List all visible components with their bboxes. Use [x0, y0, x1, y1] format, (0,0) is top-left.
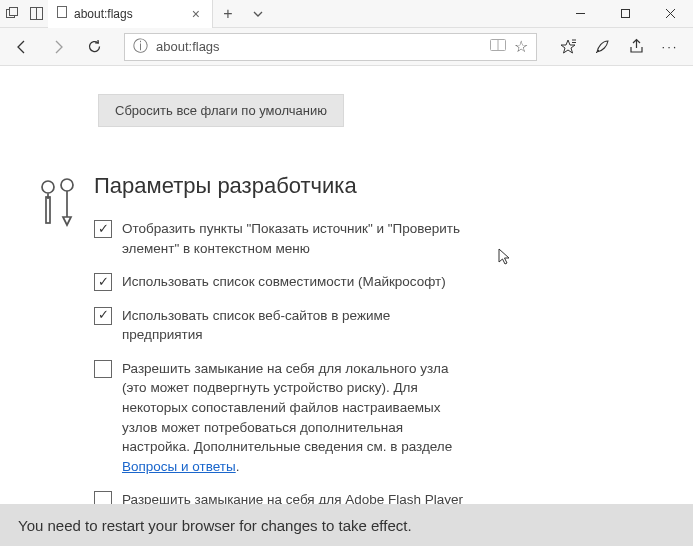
notes-button[interactable]	[585, 31, 619, 63]
option-checkbox[interactable]	[94, 220, 112, 238]
forward-button[interactable]	[42, 31, 74, 63]
option-label: Разрешить замыкание на себя для Adobe Fl…	[122, 490, 464, 504]
maximize-button[interactable]	[603, 0, 648, 28]
tab-page-icon	[56, 6, 68, 21]
refresh-button[interactable]	[78, 31, 110, 63]
faq-link[interactable]: Вопросы и ответы	[122, 459, 236, 474]
svg-rect-14	[46, 197, 50, 223]
browser-tab[interactable]: about:flags ×	[48, 0, 213, 28]
reset-flags-button[interactable]: Сбросить все флаги по умолчанию	[98, 94, 344, 127]
titlebar-left	[0, 2, 48, 26]
back-button[interactable]	[6, 31, 38, 63]
titlebar: about:flags × +	[0, 0, 693, 28]
tabs-dropdown-button[interactable]	[243, 0, 273, 28]
restart-notification: You need to restart your browser for cha…	[0, 504, 693, 546]
option-label: Использовать список совместимости (Майкр…	[122, 272, 464, 292]
window-controls	[558, 0, 693, 28]
tab-close-button[interactable]: ×	[188, 6, 204, 22]
address-text: about:flags	[156, 39, 482, 54]
option-row: Отобразить пункты "Показать источник" и …	[94, 219, 464, 258]
more-button[interactable]: ···	[653, 31, 687, 63]
restart-message: You need to restart your browser for cha…	[18, 517, 412, 534]
tab-title: about:flags	[74, 7, 188, 21]
window-layout-icon-1[interactable]	[0, 2, 24, 26]
minimize-button[interactable]	[558, 0, 603, 28]
option-label: Разрешить замыкание на себя для локально…	[122, 359, 464, 476]
option-checkbox[interactable]	[94, 273, 112, 291]
share-button[interactable]	[619, 31, 653, 63]
window-layout-icon-2[interactable]	[24, 2, 48, 26]
favorite-icon[interactable]: ☆	[514, 37, 528, 56]
reading-view-icon[interactable]	[490, 38, 506, 55]
site-info-icon[interactable]: ⓘ	[133, 37, 148, 56]
developer-section: Параметры разработчика Отобразить пункты…	[0, 173, 693, 504]
option-row: Разрешить замыкание на себя для локально…	[94, 359, 464, 476]
option-row: Разрешить замыкание на себя для Adobe Fl…	[94, 490, 464, 504]
option-checkbox[interactable]	[94, 307, 112, 325]
favorites-hub-button[interactable]	[551, 31, 585, 63]
toolbar-right: ···	[551, 31, 687, 63]
developer-tools-icon	[24, 173, 94, 504]
page-content: Сбросить все флаги по умолчанию Параметр…	[0, 66, 693, 504]
option-checkbox[interactable]	[94, 491, 112, 504]
option-checkbox[interactable]	[94, 360, 112, 378]
section-title: Параметры разработчика	[94, 173, 464, 199]
option-row: Использовать список совместимости (Майкр…	[94, 272, 464, 292]
option-label: Использовать список веб-сайтов в режиме …	[122, 306, 464, 345]
toolbar: ⓘ about:flags ☆ ···	[0, 28, 693, 66]
close-window-button[interactable]	[648, 0, 693, 28]
developer-section-body: Параметры разработчика Отобразить пункты…	[94, 173, 464, 504]
svg-rect-1	[9, 8, 17, 16]
new-tab-button[interactable]: +	[213, 0, 243, 28]
option-label: Отобразить пункты "Показать источник" и …	[122, 219, 464, 258]
option-row: Использовать список веб-сайтов в режиме …	[94, 306, 464, 345]
address-bar[interactable]: ⓘ about:flags ☆	[124, 33, 537, 61]
svg-point-15	[61, 179, 73, 191]
svg-rect-6	[622, 10, 630, 18]
svg-rect-4	[58, 7, 67, 18]
